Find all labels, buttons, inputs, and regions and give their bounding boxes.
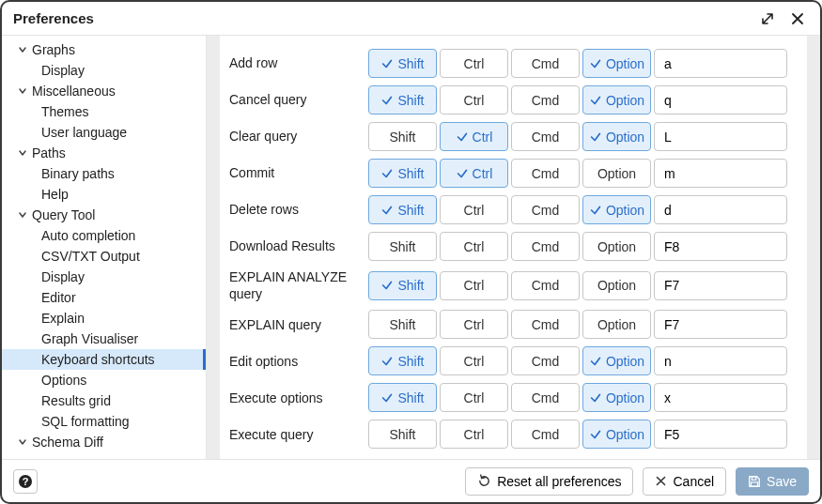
tree-group-header[interactable]: Paths: [2, 143, 206, 163]
close-button[interactable]: [786, 8, 809, 30]
modifier-option-toggle[interactable]: Option: [582, 420, 651, 449]
cancel-button[interactable]: Cancel: [643, 467, 726, 496]
modifier-cmd-toggle[interactable]: Cmd: [511, 159, 580, 188]
modifier-cmd-toggle[interactable]: Cmd: [511, 195, 580, 224]
right-gutter: [807, 36, 820, 459]
modifier-ctrl-toggle[interactable]: Ctrl: [440, 49, 508, 78]
chevron-down-icon: [15, 437, 30, 447]
tree-group-header[interactable]: Query Tool: [2, 205, 206, 225]
shortcut-key-input[interactable]: [654, 271, 787, 300]
modifier-shift-toggle[interactable]: Shift: [368, 85, 437, 115]
tree-item[interactable]: User language: [2, 122, 206, 143]
modifier-ctrl-toggle[interactable]: Ctrl: [440, 271, 508, 300]
modifier-shift-toggle[interactable]: Shift: [368, 49, 437, 78]
tree-item[interactable]: Options: [2, 370, 206, 390]
modifier-shift-toggle[interactable]: Shift: [368, 346, 437, 375]
shortcut-key-input[interactable]: [654, 195, 787, 224]
modifier-option-toggle[interactable]: Option: [582, 49, 651, 78]
modifier-option-toggle[interactable]: Option: [582, 85, 651, 115]
shortcut-key-input[interactable]: [654, 122, 787, 151]
maximize-icon: [760, 11, 775, 26]
modifier-shift-toggle[interactable]: Shift: [368, 159, 437, 188]
modifier-option-toggle[interactable]: Option: [582, 122, 651, 151]
maximize-button[interactable]: [756, 8, 779, 30]
tree-item[interactable]: Help: [2, 184, 206, 205]
modifier-cmd-toggle[interactable]: Cmd: [511, 420, 580, 449]
modifier-shift-toggle[interactable]: Shift: [368, 271, 437, 300]
tree-item[interactable]: Results grid: [2, 390, 206, 411]
shortcut-label: Execute query: [229, 426, 368, 443]
help-button[interactable]: ?: [13, 469, 38, 494]
tree-item[interactable]: Graph Visualiser: [2, 328, 206, 349]
modifier-option-toggle[interactable]: Option: [582, 195, 651, 224]
modifier-label: Ctrl: [464, 317, 485, 332]
tree-group-header[interactable]: Miscellaneous: [2, 81, 206, 101]
modifier-ctrl-toggle[interactable]: Ctrl: [440, 310, 508, 339]
tree-item[interactable]: Explain: [2, 308, 206, 328]
shortcut-key-input[interactable]: [654, 159, 787, 188]
modifier-cmd-toggle[interactable]: Cmd: [511, 271, 580, 300]
tree-item[interactable]: Binary paths: [2, 163, 206, 184]
modifier-shift-toggle[interactable]: Shift: [368, 232, 437, 261]
modifier-ctrl-toggle[interactable]: Ctrl: [440, 195, 508, 224]
modifier-option-toggle[interactable]: Option: [582, 159, 651, 188]
shortcut-key-input[interactable]: [654, 85, 787, 115]
tree-item[interactable]: Display: [2, 60, 206, 81]
modifier-ctrl-toggle[interactable]: Ctrl: [440, 85, 508, 115]
titlebar: Preferences: [2, 2, 820, 36]
tree-item[interactable]: Editor: [2, 287, 206, 308]
modifier-option-toggle[interactable]: Option: [582, 232, 651, 261]
dialog-title: Preferences: [13, 10, 94, 26]
shortcut-key-input[interactable]: [654, 49, 787, 78]
shortcut-key-input[interactable]: [654, 310, 787, 339]
shortcut-key-input[interactable]: [654, 346, 787, 375]
modifier-ctrl-toggle[interactable]: Ctrl: [440, 232, 508, 261]
tree-item[interactable]: CSV/TXT Output: [2, 246, 206, 267]
modifier-ctrl-toggle[interactable]: Ctrl: [440, 122, 508, 151]
modifier-shift-toggle[interactable]: Shift: [368, 195, 437, 224]
modifier-option-toggle[interactable]: Option: [582, 383, 651, 412]
modifier-cmd-toggle[interactable]: Cmd: [511, 232, 580, 261]
modifier-label: Ctrl: [464, 56, 485, 71]
shortcut-label: Add row: [229, 54, 368, 71]
tree-item[interactable]: SQL formatting: [2, 411, 206, 432]
modifier-shift-toggle[interactable]: Shift: [368, 122, 437, 151]
modifier-cmd-toggle[interactable]: Cmd: [511, 122, 580, 151]
modifier-shift-toggle[interactable]: Shift: [368, 383, 437, 412]
shortcut-list[interactable]: Add rowShiftCtrlCmdOptionCancel queryShi…: [220, 36, 807, 459]
tree-group-header[interactable]: Graphs: [2, 39, 206, 60]
modifier-shift-toggle[interactable]: Shift: [368, 420, 437, 449]
modifier-label: Cmd: [532, 354, 560, 369]
tree-item[interactable]: Themes: [2, 101, 206, 122]
shortcut-row: EXPLAIN ANALYZE queryShiftCtrlCmdOption: [225, 265, 801, 306]
shortcut-key-input[interactable]: [654, 383, 787, 412]
modifier-ctrl-toggle[interactable]: Ctrl: [440, 420, 508, 449]
modifier-cmd-toggle[interactable]: Cmd: [511, 85, 580, 115]
modifier-label: Ctrl: [464, 354, 485, 369]
sidebar-scroll[interactable]: GraphsDisplayMiscellaneousThemesUser lan…: [2, 36, 206, 459]
tree-item[interactable]: Auto completion: [2, 225, 206, 246]
save-button[interactable]: Save: [736, 467, 809, 496]
reset-button[interactable]: Reset all preferences: [465, 467, 633, 496]
modifier-ctrl-toggle[interactable]: Ctrl: [440, 383, 508, 412]
shortcut-row: Execute queryShiftCtrlCmdOption: [225, 416, 801, 452]
tree-item[interactable]: Keyboard shortcuts: [2, 349, 206, 370]
modifier-shift-toggle[interactable]: Shift: [368, 310, 437, 339]
modifier-cmd-toggle[interactable]: Cmd: [511, 346, 580, 375]
tree-item[interactable]: Display: [2, 267, 206, 287]
modifier-label: Shift: [397, 166, 424, 181]
shortcut-key-input[interactable]: [654, 232, 787, 261]
modifier-ctrl-toggle[interactable]: Ctrl: [440, 159, 508, 188]
tree-group-header[interactable]: Schema Diff: [2, 432, 206, 452]
modifier-ctrl-toggle[interactable]: Ctrl: [440, 346, 508, 375]
modifier-option-toggle[interactable]: Option: [582, 310, 651, 339]
modifier-cmd-toggle[interactable]: Cmd: [511, 310, 580, 339]
modifier-label: Option: [606, 354, 644, 369]
shortcut-key-input[interactable]: [654, 420, 787, 449]
modifier-label: Shift: [389, 427, 415, 442]
shortcut-row: Download ResultsShiftCtrlCmdOption: [225, 228, 801, 265]
modifier-cmd-toggle[interactable]: Cmd: [511, 383, 580, 412]
modifier-option-toggle[interactable]: Option: [582, 346, 651, 375]
modifier-cmd-toggle[interactable]: Cmd: [511, 49, 580, 78]
modifier-option-toggle[interactable]: Option: [582, 271, 651, 300]
